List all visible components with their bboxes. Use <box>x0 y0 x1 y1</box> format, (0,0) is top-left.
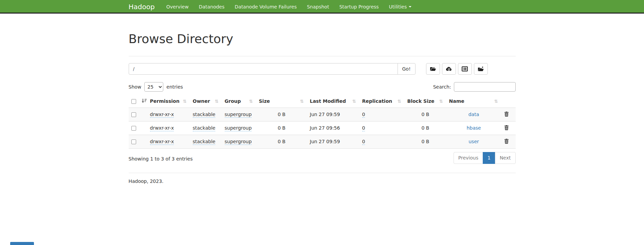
nav-item-snapshot[interactable]: Snapshot <box>302 0 334 14</box>
go-button[interactable]: Go! <box>398 63 416 75</box>
last-modified-value: Jun 27 09:56 <box>307 121 360 135</box>
last-modified-value: Jun 27 09:59 <box>307 135 360 148</box>
footer-divider <box>129 173 516 173</box>
header-group[interactable]: Group⇅ <box>222 95 256 108</box>
replication-value[interactable]: 0 <box>362 139 365 145</box>
directory-link[interactable]: data <box>468 112 479 117</box>
list-alt-icon <box>462 66 468 72</box>
content-summary-button[interactable] <box>458 63 472 75</box>
header-last-modified[interactable]: Last Modified⇅ <box>307 95 360 108</box>
table-header-row: Permission⇅ Owner⇅ Group⇅ Size⇅ Last Mod… <box>129 95 516 108</box>
owner-value[interactable]: stackable <box>193 139 216 145</box>
permission-value[interactable]: drwxr-xr-x <box>150 112 174 118</box>
table-footer-row: Showing 1 to 3 of 3 entries Previous 1 N… <box>129 152 516 164</box>
folder-move-icon <box>478 66 484 72</box>
directory-link[interactable]: hbase <box>466 125 481 131</box>
previous-page-button[interactable]: Previous <box>454 152 483 164</box>
page-length-control: Show 25 entries <box>129 82 183 92</box>
entries-info: Showing 1 to 3 of 3 entries <box>129 152 193 162</box>
directory-path-input[interactable] <box>129 63 398 75</box>
page-number-button[interactable]: 1 <box>483 152 495 164</box>
move-paste-button[interactable] <box>474 63 488 75</box>
nav-item-datanode-volume-failures[interactable]: Datanode Volume Failures <box>229 0 302 14</box>
replication-value[interactable]: 0 <box>362 125 365 131</box>
table-row: drwxr-xr-x stackable supergroup 0 B Jun … <box>129 135 516 148</box>
search-control: Search: <box>433 82 516 92</box>
table-row: drwxr-xr-x stackable supergroup 0 B Jun … <box>129 108 516 121</box>
block-size-value: 0 B <box>405 121 446 135</box>
nav-item-datanodes[interactable]: Datanodes <box>194 0 230 14</box>
nav-item-overview[interactable]: Overview <box>161 0 194 14</box>
navbar-inner: Hadoop Overview Datanodes Datanode Volum… <box>124 0 521 14</box>
upload-files-button[interactable] <box>442 63 456 75</box>
sort-both-icon: ⇅ <box>300 99 304 103</box>
navbar-brand[interactable]: Hadoop <box>129 3 155 11</box>
main-container: Browse Directory Go! <box>124 32 521 184</box>
table-controls-row: Show 25 entries Search: <box>129 82 516 92</box>
navbar: Hadoop Overview Datanodes Datanode Volum… <box>0 0 644 14</box>
select-all-header[interactable] <box>129 95 147 108</box>
path-form-row: Go! <box>129 63 516 75</box>
replication-value[interactable]: 0 <box>362 112 365 118</box>
directory-table: Permission⇅ Owner⇅ Group⇅ Size⇅ Last Mod… <box>129 95 516 149</box>
row-checkbox[interactable] <box>131 126 136 131</box>
cloud-upload-icon <box>446 67 452 71</box>
sort-both-icon: ⇅ <box>398 99 401 103</box>
row-checkbox[interactable] <box>131 112 136 117</box>
create-directory-button[interactable] <box>426 63 440 75</box>
size-value: 0 B <box>256 108 307 121</box>
nav-item-utilities-dropdown[interactable]: Utilities <box>384 0 417 14</box>
caret-down-icon <box>409 6 411 7</box>
header-block-size[interactable]: Block Size⇅ <box>405 95 446 108</box>
search-label: Search: <box>433 84 451 90</box>
partial-blue-element <box>10 242 34 245</box>
permission-value[interactable]: drwxr-xr-x <box>150 125 174 131</box>
entries-label: entries <box>166 84 183 90</box>
size-value: 0 B <box>256 121 307 135</box>
path-input-group: Go! <box>129 63 416 75</box>
header-actions <box>501 95 516 108</box>
sort-both-icon: ⇅ <box>352 99 356 103</box>
sort-both-icon: ⇅ <box>183 99 187 103</box>
select-all-checkbox[interactable] <box>131 99 136 104</box>
footer-text: Hadoop, 2023. <box>129 178 516 184</box>
block-size-value: 0 B <box>405 135 446 148</box>
nav-item-startup-progress[interactable]: Startup Progress <box>334 0 384 14</box>
nav-item-utilities-label: Utilities <box>389 0 407 14</box>
toolbar <box>426 63 488 75</box>
owner-value[interactable]: stackable <box>193 125 216 131</box>
folder-open-icon <box>430 67 436 72</box>
header-size[interactable]: Size⇅ <box>256 95 307 108</box>
permission-value[interactable]: drwxr-xr-x <box>150 139 174 145</box>
header-replication[interactable]: Replication⇅ <box>360 95 405 108</box>
next-page-button[interactable]: Next <box>495 152 516 164</box>
trash-icon <box>504 125 509 131</box>
header-permission[interactable]: Permission⇅ <box>147 95 190 108</box>
sort-both-icon: ⇅ <box>249 99 253 103</box>
directory-link[interactable]: user <box>468 139 479 144</box>
block-size-value: 0 B <box>405 108 446 121</box>
title-divider <box>129 56 516 56</box>
search-input[interactable] <box>454 82 516 92</box>
page-length-select[interactable]: 25 <box>144 82 163 92</box>
trash-icon <box>504 111 509 118</box>
sort-both-icon: ⇅ <box>494 99 498 103</box>
delete-button[interactable] <box>504 138 509 145</box>
sort-ascending-icon <box>140 99 147 104</box>
delete-button[interactable] <box>504 125 509 131</box>
owner-value[interactable]: stackable <box>193 112 216 118</box>
last-modified-value: Jun 27 09:59 <box>307 108 360 121</box>
group-value[interactable]: supergroup <box>225 125 252 131</box>
row-checkbox[interactable] <box>131 139 136 144</box>
delete-button[interactable] <box>504 111 509 118</box>
group-value[interactable]: supergroup <box>225 112 252 118</box>
pagination: Previous 1 Next <box>454 152 516 164</box>
sort-both-icon: ⇅ <box>439 99 443 103</box>
table-row: drwxr-xr-x stackable supergroup 0 B Jun … <box>129 121 516 135</box>
header-owner[interactable]: Owner⇅ <box>190 95 222 108</box>
group-value[interactable]: supergroup <box>225 139 252 145</box>
page-title: Browse Directory <box>129 32 516 46</box>
sort-both-icon: ⇅ <box>215 99 219 103</box>
header-name[interactable]: Name⇅ <box>446 95 501 108</box>
trash-icon <box>504 138 509 145</box>
